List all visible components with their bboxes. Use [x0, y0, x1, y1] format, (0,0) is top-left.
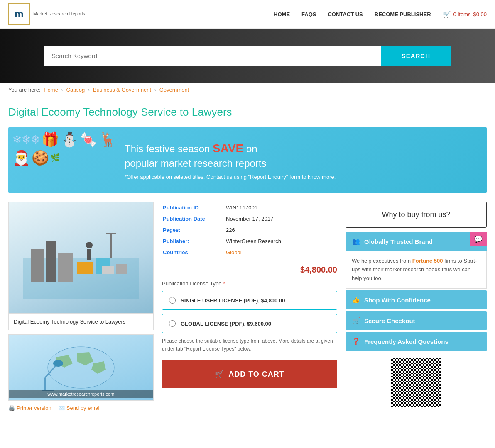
- pub-date-row: Publication Date: November 17, 2017: [163, 214, 336, 224]
- svg-rect-7: [87, 249, 91, 260]
- svg-rect-10: [102, 266, 114, 274]
- qr-placeholder: [391, 358, 441, 407]
- header: m Market Research Reports HOME FAQS CONT…: [0, 0, 495, 29]
- candy-icon: 🍬: [80, 131, 97, 148]
- logo-box[interactable]: m: [8, 3, 30, 25]
- add-to-cart-button[interactable]: 🛒 ADD TO CART: [162, 360, 337, 388]
- license-radio-1[interactable]: [169, 297, 176, 304]
- printer-version-label: Printer version: [17, 405, 51, 411]
- svg-rect-4: [77, 262, 93, 274]
- product-links: 🖨️ Printer version ✉️ Send by email: [8, 405, 154, 411]
- svg-rect-9: [106, 233, 116, 234]
- pub-id-label: Publication ID:: [163, 202, 225, 213]
- breadcrumb-home[interactable]: Home: [44, 87, 58, 93]
- pages-row: Pages: 226: [163, 225, 336, 235]
- help-icon: ❓: [352, 338, 360, 345]
- send-email-link[interactable]: ✉️ Send by email: [58, 405, 100, 411]
- nav-contact[interactable]: CONTACT US: [328, 11, 363, 17]
- license-note: Please choose the suitable license type …: [162, 337, 337, 353]
- nav-home[interactable]: HOME: [274, 11, 290, 17]
- product-url: www.marketresearchreports.com: [9, 390, 153, 398]
- globally-trusted-section: 👥 Globally Trusted Brand 💬 We help execu…: [346, 232, 487, 289]
- license-option-2[interactable]: GLOBAL LICENSE (PDF), $9,600.00: [162, 314, 337, 333]
- festive-headline: This festive season SAVE on popular mark…: [125, 140, 336, 170]
- festive-sub: *Offer applicable on seleted titles. Con…: [125, 174, 336, 180]
- countries-row: Countries: Global: [163, 247, 336, 258]
- snowman-icon: ⛄: [61, 131, 78, 148]
- search-bar-container: SEARCH: [44, 46, 451, 66]
- logo-area: m Market Research Reports: [8, 3, 85, 25]
- breadcrumb-sep1: ›: [61, 87, 63, 93]
- logo-text: Market Research Reports: [33, 11, 85, 17]
- svg-rect-2: [46, 241, 56, 282]
- fortune-text: Fortune 500: [412, 258, 443, 264]
- svg-rect-3: [58, 253, 73, 282]
- cart-secure-icon: 🛒: [352, 317, 360, 324]
- globally-trusted-label: Globally Trusted Brand: [364, 238, 433, 245]
- logo-letter: m: [15, 8, 23, 20]
- product-illustration-svg: [23, 216, 139, 299]
- festive-line1a: This festive season: [125, 143, 213, 154]
- product-caption-box: Digital Ecoomy Technology Service to Law…: [8, 314, 154, 330]
- license-option-2-label[interactable]: GLOBAL LICENSE (PDF), $9,600.00: [181, 321, 271, 327]
- search-input[interactable]: [44, 46, 381, 66]
- email-icon: ✉️: [58, 405, 65, 411]
- breadcrumb-catalog[interactable]: Catalog: [66, 87, 85, 93]
- license-option-1-label[interactable]: SINGLE USER LICENSE (PDF), $4,800.00: [181, 297, 285, 304]
- festive-text-block: This festive season SAVE on popular mark…: [125, 140, 336, 180]
- search-button[interactable]: SEARCH: [381, 46, 451, 66]
- why-buy-box[interactable]: Why to buy from us?: [346, 202, 487, 228]
- breadcrumb-government[interactable]: Government: [159, 87, 189, 93]
- printer-icon: 🖨️: [8, 405, 15, 411]
- nav-publisher[interactable]: BECOME PUBLISHER: [375, 11, 431, 17]
- cookie-icon: 🍪: [32, 149, 49, 166]
- license-option-1[interactable]: SINGLE USER LICENSE (PDF), $4,800.00: [162, 291, 337, 310]
- cart-items: 0 items: [453, 11, 471, 17]
- breadcrumb-you-are-here: You are here:: [8, 87, 41, 93]
- thumbsup-icon: 👍: [352, 296, 360, 304]
- main-nav: HOME FAQS CONTACT US BECOME PUBLISHER 🛒 …: [274, 10, 487, 18]
- countries-value: Global: [226, 247, 336, 258]
- product-sidebar: Why to buy from us? 👥 Globally Trusted B…: [346, 202, 487, 411]
- festive-banner: ❄️❄️❄️ 🎁 ⛄ 🍬 🦌 🎅 🍪 🌿 This festive season…: [8, 127, 487, 193]
- pub-date-value: November 17, 2017: [226, 214, 336, 224]
- printer-version-link[interactable]: 🖨️ Printer version: [8, 405, 51, 411]
- add-to-cart-label: ADD TO CART: [228, 370, 284, 379]
- hero-banner: SEARCH: [0, 29, 495, 83]
- license-required-star: *: [223, 280, 225, 287]
- holly-icon: 🌿: [51, 153, 60, 162]
- users-icon: 👥: [352, 238, 360, 245]
- faq-label: Frequently Asked Questions: [364, 338, 448, 345]
- license-label-text: Publication License Type: [162, 280, 222, 287]
- globally-trusted-header[interactable]: 👥 Globally Trusted Brand 💬: [346, 232, 487, 251]
- publisher-label: Publisher:: [163, 236, 225, 246]
- breadcrumb-business[interactable]: Business & Government: [93, 87, 151, 93]
- publisher-row: Publisher: WinterGreen Research: [163, 236, 336, 246]
- faq-section[interactable]: ❓ Frequently Asked Questions: [346, 332, 487, 351]
- breadcrumb-sep3: ›: [154, 87, 156, 93]
- festive-line1b: on: [243, 143, 257, 154]
- bag-icon: 🎁: [42, 131, 59, 148]
- price-display: $4,800.00: [162, 265, 337, 275]
- secure-checkout-section[interactable]: 🛒 Secure Checkout: [346, 311, 487, 330]
- festive-icons: ❄️❄️❄️ 🎁 ⛄ 🍬 🦌 🎅 🍪 🌿: [12, 131, 116, 166]
- svg-rect-14: [44, 378, 46, 390]
- detail-table: Publication ID: WIN1117001 Publication D…: [162, 202, 337, 258]
- trust-body: We help executives from Fortune 500 firm…: [346, 251, 487, 289]
- svg-point-17: [53, 360, 63, 367]
- license-radio-2[interactable]: [169, 320, 176, 327]
- send-email-label: Send by email: [66, 405, 100, 411]
- cart-icon-btn: 🛒: [215, 370, 224, 379]
- shop-confidence-section[interactable]: 👍 Shop With Confidence: [346, 290, 487, 309]
- shop-confidence-label: Shop With Confidence: [364, 297, 431, 304]
- svg-rect-1: [31, 249, 44, 282]
- festive-save: SAVE: [213, 142, 243, 155]
- breadcrumb: You are here: Home › Catalog › Business …: [0, 83, 495, 97]
- cart-info[interactable]: 🛒 0 items $0.00: [443, 10, 487, 18]
- santa-icon: 🎅: [12, 149, 30, 166]
- license-label: Publication License Type *: [162, 280, 337, 287]
- cart-icon: 🛒: [443, 10, 451, 18]
- trust-body-pre: We help executives from: [352, 258, 412, 264]
- nav-faqs[interactable]: FAQS: [301, 11, 316, 17]
- festive-line2: popular market research reports: [125, 158, 266, 169]
